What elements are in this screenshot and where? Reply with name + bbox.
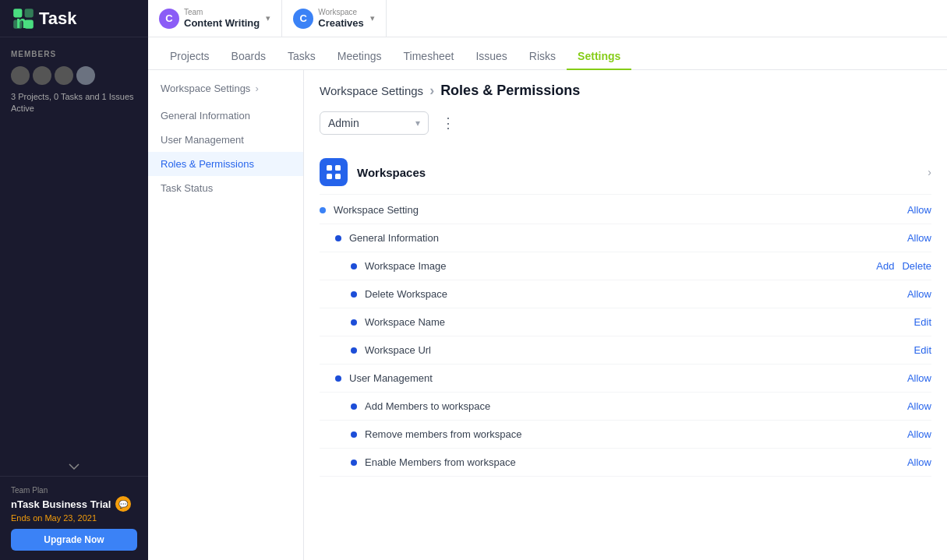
tab-timesheet[interactable]: Timesheet	[393, 44, 465, 70]
workspace-label: Workspace	[318, 8, 364, 17]
bottom-area: Team Plan nTask Business Trial 💬 Ends on…	[0, 476, 148, 560]
perm-dot-icon	[351, 460, 357, 466]
perm-row-delete-workspace: Delete Workspace Allow	[320, 280, 931, 308]
perm-label-user-management: User Management	[349, 372, 433, 384]
team-workspace-tab[interactable]: C Team Content Writing ▾	[148, 0, 282, 37]
tab-issues[interactable]: Issues	[465, 44, 518, 70]
members-label: MEMBERS	[11, 50, 137, 58]
perm-action-enable-members[interactable]: Allow	[907, 456, 931, 468]
team-label: Team	[184, 8, 260, 17]
topbar: C Team Content Writing ▾ C Workspace Cre…	[148, 0, 947, 37]
tab-meetings[interactable]: Meetings	[327, 44, 393, 70]
perm-row-add-members: Add Members to workspace Allow	[320, 393, 931, 421]
tab-tasks[interactable]: Tasks	[277, 44, 327, 70]
perm-row-workspace-name: Workspace Name Edit	[320, 308, 931, 336]
perm-row-remove-members: Remove members from workspace Allow	[320, 421, 931, 449]
collapse-sidebar-button[interactable]	[0, 457, 148, 476]
settings-menu-roles-permissions[interactable]: Roles & Permissions	[148, 152, 303, 176]
workspaces-section-title: Workspaces	[357, 166, 426, 179]
breadcrumb: Workspace Settings ›	[148, 83, 303, 104]
perm-action-add-members[interactable]: Allow	[907, 400, 931, 412]
perm-dot-icon	[351, 431, 357, 438]
perm-dot-icon	[351, 319, 357, 326]
svg-rect-6	[327, 165, 332, 171]
perm-label-remove-members: Remove members from workspace	[365, 428, 522, 440]
workspaces-icon	[320, 158, 348, 186]
perm-dot-icon	[351, 403, 357, 410]
tab-projects[interactable]: Projects	[159, 44, 221, 70]
perm-actions-workspace-image: Add Delete	[876, 260, 931, 272]
business-trial-label: nTask Business Trial 💬	[11, 496, 137, 512]
perm-label-general-information: General Information	[349, 232, 439, 244]
breadcrumb-separator-icon: ›	[255, 83, 258, 94]
member-avatar-bar	[11, 66, 137, 85]
team-avatar: C	[159, 9, 179, 29]
permissions-panel: Workspace Settings › Roles & Permissions…	[304, 70, 947, 560]
role-dropdown-value: Admin	[328, 117, 359, 129]
workspace-avatar: C	[293, 9, 313, 29]
ends-on-text: Ends on May 23, 2021	[11, 513, 137, 523]
member-info: 3 Projects, 0 Tasks and 1 Issues Active	[11, 91, 137, 115]
perm-label-workspace-name: Workspace Name	[365, 316, 445, 328]
perm-dot-icon	[320, 207, 326, 213]
perm-label-workspace-image: Workspace Image	[365, 260, 447, 272]
team-plan-label: Team Plan	[11, 486, 137, 495]
members-section: MEMBERS 3 Projects, 0 Tasks and 1 Issues…	[0, 37, 148, 122]
perm-action-add[interactable]: Add	[876, 260, 894, 272]
workspaces-section-header: Workspaces ›	[320, 150, 931, 195]
svg-rect-9	[335, 174, 341, 179]
settings-sidebar: Workspace Settings › General Information…	[148, 70, 304, 560]
perm-row-workspace-setting: Workspace Setting Allow	[320, 196, 931, 224]
perm-dot-icon	[351, 291, 357, 298]
settings-menu-user-management[interactable]: User Management	[148, 128, 303, 152]
chat-icon: 💬	[115, 496, 131, 512]
svg-rect-8	[327, 174, 332, 179]
perm-row-workspace-url: Workspace Url Edit	[320, 336, 931, 365]
perm-label-add-members: Add Members to workspace	[365, 400, 490, 412]
settings-menu-task-status[interactable]: Task Status	[148, 176, 303, 200]
upgrade-now-button[interactable]: Upgrade Now	[11, 529, 137, 551]
tab-boards[interactable]: Boards	[221, 44, 277, 70]
sidebar: n Task MEMBERS 3 Projects, 0 Tasks and 1…	[0, 0, 148, 560]
avatar-1	[11, 66, 30, 85]
perm-action-workspace-setting[interactable]: Allow	[907, 204, 931, 216]
brand-name: Task	[39, 9, 77, 29]
workspace-tab-chevron-down-icon: ▾	[370, 13, 375, 23]
more-options-button[interactable]: ⋮	[436, 112, 458, 134]
perm-action-delete[interactable]: Delete	[902, 260, 931, 272]
avatar-3	[55, 66, 73, 85]
perm-row-user-management: User Management Allow	[320, 365, 931, 393]
perm-action-delete-workspace[interactable]: Allow	[907, 288, 931, 300]
perm-action-user-management[interactable]: Allow	[907, 372, 931, 384]
perm-label-enable-members: Enable Members from workspace	[365, 456, 516, 468]
tab-risks[interactable]: Risks	[518, 44, 567, 70]
perm-action-remove-members[interactable]: Allow	[907, 428, 931, 440]
perm-label-delete-workspace: Delete Workspace	[365, 288, 447, 300]
avatar-2	[33, 66, 51, 85]
team-name: Content Writing	[184, 17, 260, 30]
logo-area: n Task	[0, 0, 148, 37]
perm-action-workspace-url[interactable]: Edit	[914, 344, 931, 356]
svg-text:n: n	[16, 12, 27, 31]
settings-menu-general-information[interactable]: General Information	[148, 104, 303, 128]
role-selector-row: Admin ▾ ⋮	[320, 111, 931, 135]
avatar-4	[76, 66, 95, 85]
workspaces-expand-icon[interactable]: ›	[928, 166, 931, 178]
role-dropdown[interactable]: Admin ▾	[320, 111, 429, 135]
tab-settings[interactable]: Settings	[567, 44, 631, 70]
perm-dot-icon	[351, 347, 357, 354]
breadcrumb-workspace-settings: Workspace Settings	[161, 83, 250, 94]
perm-label-workspace-url: Workspace Url	[365, 344, 431, 356]
perm-row-enable-members: Enable Members from workspace Allow	[320, 449, 931, 477]
ntask-logo-icon: n	[11, 6, 36, 31]
perm-action-general-information[interactable]: Allow	[907, 232, 931, 244]
perm-action-workspace-name[interactable]: Edit	[914, 316, 931, 328]
role-dropdown-chevron-down-icon: ▾	[415, 118, 420, 129]
workspace-tab[interactable]: C Workspace Creatives ▾	[282, 0, 387, 37]
workspace-name: Creatives	[318, 17, 364, 30]
nav-tabs: Projects Boards Tasks Meetings Timesheet…	[148, 37, 947, 70]
perm-label-workspace-setting: Workspace Setting	[334, 204, 419, 216]
title-separator-icon: ›	[429, 83, 434, 99]
perm-row-workspace-image: Workspace Image Add Delete	[320, 252, 931, 280]
perm-dot-icon	[335, 375, 341, 382]
